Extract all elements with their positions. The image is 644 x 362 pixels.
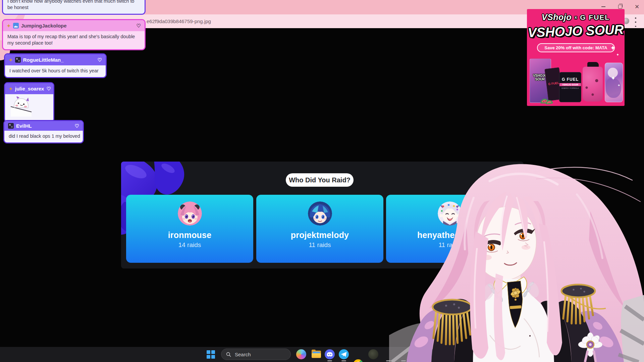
gfuel-logo: G FUEL [580, 13, 610, 21]
search-input[interactable] [234, 351, 282, 358]
dark-app-icon[interactable] [368, 349, 378, 359]
file-explorer-icon[interactable] [311, 349, 321, 359]
raid-card-ironmouse: ironmouse 14 raids [126, 195, 253, 263]
raid-card-projektmelody: projektmelody 11 raids [256, 195, 383, 263]
heart-icon[interactable]: ♡ [137, 23, 141, 28]
heart-icon[interactable]: ♡ [46, 86, 51, 91]
chat-overlay: I don't know how anybody watches even th… [0, 0, 168, 168]
restore-icon [618, 5, 622, 9]
prime-badge-icon [13, 23, 19, 28]
vtuber-avatar [389, 161, 644, 362]
chat-message: ✦ julie_soarex ♡ [4, 82, 54, 123]
running-indicator [341, 360, 346, 361]
sparkle-icon: ✦ [610, 44, 616, 52]
ad-title: VSHOJO SOUR [527, 22, 625, 40]
sparkle-badge-icon: ✦ [9, 58, 13, 62]
raid-card-name: projektmelody [291, 230, 349, 240]
vshojo-gfuel-ad: VShojo x G FUEL VSHOJO SOUR Save 20% off… [527, 9, 625, 106]
chat-message: EvilHL ♡ did I read black ops 1 my belov… [3, 120, 84, 143]
copilot-icon[interactable] [296, 349, 306, 359]
chat-message: ✦ RogueLittleMan_ ♡ I watched over 5k ho… [4, 53, 107, 78]
projektmelody-avatar [308, 201, 332, 226]
sparkle-badge-icon: ✦ [7, 23, 11, 28]
discord-icon[interactable] [325, 349, 335, 359]
chat-username: RogueLittleMan_ [23, 57, 64, 63]
chat-username: julie_soarex [15, 86, 44, 92]
heart-icon[interactable]: ♡ [98, 57, 102, 62]
close-icon: ✕ [635, 4, 639, 10]
close-button[interactable]: ✕ [633, 3, 641, 11]
chat-message: ✦ JumpingJackolope ♡ Mata is top of my r… [2, 19, 146, 50]
vshojo-logo: VShojo [542, 12, 572, 22]
subscriber-badge-icon [15, 57, 21, 63]
chat-username: JumpingJackolope [21, 23, 67, 28]
sparkle-icon: ✦ [618, 83, 620, 87]
chat-message: I don't know how anybody watches even th… [2, 0, 146, 15]
menu-kebab-icon[interactable] [633, 17, 639, 27]
recap-question-pill: Who Did You Raid? [286, 173, 354, 187]
brand-x-separator: x [575, 15, 577, 20]
chat-message-text: I don't know how anybody watches even th… [3, 0, 145, 14]
raid-card-count: 11 raids [309, 241, 331, 249]
heart-icon[interactable]: ♡ [75, 123, 79, 128]
raid-card-count: 14 raids [178, 241, 201, 249]
product-shaker [583, 62, 603, 102]
chat-message-text: did I read black ops 1 my beloved [4, 131, 83, 142]
chat-message-text: I watched over 5k hours of twitch this y… [5, 65, 106, 77]
sparkle-icon: ✦ [611, 75, 615, 82]
minimize-icon [601, 6, 605, 7]
sparkle-badge-icon: ✦ [9, 86, 13, 91]
ad-character-art [605, 63, 623, 102]
chat-message-text: Mata is top of my recap this year! and s… [3, 31, 145, 49]
subscriber-badge-icon [8, 123, 14, 129]
peeking-blob-emote [9, 97, 33, 117]
taskbar-search[interactable] [221, 349, 291, 360]
start-button[interactable] [207, 350, 215, 359]
product-tub: G FUEL VSHOJO SOUR ENERGY FORMULA [559, 72, 581, 102]
watermelon-garnish [540, 96, 554, 104]
search-icon [226, 352, 231, 357]
running-indicator [327, 360, 332, 361]
promo-code-pill: Save 20% off with code: MATA [537, 43, 615, 52]
sparkle-icon: ✦ [616, 53, 619, 57]
ironmouse-avatar [178, 201, 202, 226]
chat-username: EvilHL [16, 123, 32, 129]
raid-card-name: ironmouse [168, 230, 212, 240]
telegram-icon[interactable] [339, 349, 349, 359]
